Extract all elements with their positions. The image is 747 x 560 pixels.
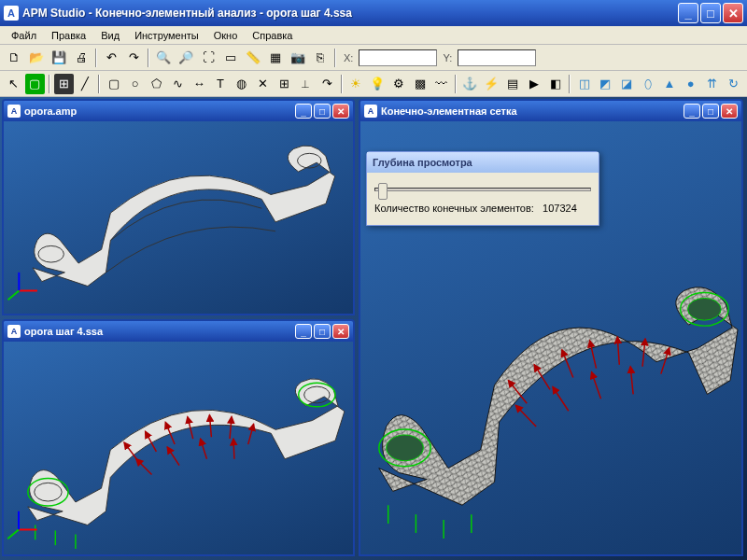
mdi-minimize-button[interactable]: _ <box>295 324 312 339</box>
close-button[interactable]: ✕ <box>723 3 743 23</box>
maximize-button[interactable]: □ <box>700 3 721 23</box>
menu-help[interactable]: Справка <box>245 28 300 43</box>
copy-icon[interactable]: ⎘ <box>310 48 331 68</box>
print-icon[interactable]: 🖨 <box>71 48 92 68</box>
bulb-icon[interactable]: 💡 <box>368 74 388 94</box>
redo-icon[interactable]: ↷ <box>123 48 144 68</box>
bolt-icon[interactable]: ⚡ <box>482 74 501 94</box>
separator <box>95 49 97 67</box>
ruler-icon[interactable]: 📏 <box>243 48 263 68</box>
run-icon[interactable]: ▶ <box>524 74 543 94</box>
svg-line-21 <box>201 439 207 459</box>
mdi-minimize-button[interactable]: _ <box>295 104 312 119</box>
separator <box>98 75 100 93</box>
coord-y-label: Y: <box>443 52 452 63</box>
delete-icon[interactable]: ✕ <box>253 74 273 94</box>
dialog-titlebar[interactable]: Глубина просмотра <box>367 152 599 173</box>
mesh-icon[interactable]: ▩ <box>410 74 430 94</box>
doc-icon: A <box>364 105 377 118</box>
app-title: APM Studio - Конечно-элементный анализ -… <box>22 7 678 20</box>
mdi-titlebar[interactable]: A opora шаг 4.ssa _ □ ✕ <box>4 321 353 342</box>
cube1-icon[interactable]: ◫ <box>574 74 594 94</box>
coord-y-input[interactable] <box>458 49 536 66</box>
viewport-mesh[interactable]: Глубина просмотра Количество конечных эл… <box>360 121 741 554</box>
mdi-title: opora шаг 4.ssa <box>24 326 295 337</box>
menu-window[interactable]: Окно <box>206 28 246 43</box>
zoom-in-icon[interactable]: 🔍 <box>153 48 174 68</box>
cone-icon[interactable]: ▲ <box>659 74 679 94</box>
mdi-close-button[interactable]: ✕ <box>332 324 349 339</box>
mdi-titlebar[interactable]: A Конечно-элементная сетка _ □ ✕ <box>360 101 741 121</box>
spline-icon[interactable]: ∿ <box>168 74 188 94</box>
zoom-fit-icon[interactable]: ⛶ <box>198 48 218 68</box>
separator <box>334 49 336 67</box>
grid-icon[interactable]: ⊞ <box>54 74 74 94</box>
menu-view[interactable]: Вид <box>93 28 127 43</box>
mdi-titlebar[interactable]: A opora.amp _ □ ✕ <box>4 101 353 121</box>
zoom-window-icon[interactable]: ▭ <box>220 48 241 68</box>
layers-icon[interactable]: ▦ <box>265 48 286 68</box>
slider-thumb[interactable] <box>378 183 388 200</box>
mdi-window-loads[interactable]: A opora шаг 4.ssa _ □ ✕ <box>2 319 355 556</box>
spring-icon[interactable]: 〰 <box>431 74 451 94</box>
depth-dialog[interactable]: Глубина просмотра Количество конечных эл… <box>366 151 599 226</box>
mdi-minimize-button[interactable]: _ <box>684 104 700 119</box>
sphere-icon[interactable]: ● <box>681 74 700 94</box>
viewport-geometry[interactable] <box>4 121 353 314</box>
mdi-window-mesh[interactable]: A Конечно-элементная сетка _ □ ✕ <box>359 99 743 556</box>
menu-edit[interactable]: Правка <box>44 28 93 43</box>
mdi-maximize-button[interactable]: □ <box>314 104 331 119</box>
mdi-close-button[interactable]: ✕ <box>332 104 349 119</box>
svg-line-43 <box>592 372 601 399</box>
svg-point-26 <box>387 435 424 461</box>
dialog-title: Глубина просмотра <box>373 157 472 168</box>
element-count-label: Количество конечных элементов: <box>374 203 534 214</box>
new-icon[interactable]: 🗋 <box>4 48 24 68</box>
menu-tools[interactable]: Инструменты <box>127 28 206 43</box>
dim-icon[interactable]: ↔ <box>190 74 209 94</box>
light-icon[interactable]: ☀ <box>346 74 366 94</box>
mode-icon[interactable]: ▢ <box>25 74 45 94</box>
mdi-maximize-button[interactable]: □ <box>314 324 331 339</box>
ortho-icon[interactable]: ⟂ <box>296 74 316 94</box>
snap-icon[interactable]: ⊞ <box>275 74 294 94</box>
redo2-icon[interactable]: ↷ <box>317 74 337 94</box>
extrude-icon[interactable]: ⇈ <box>702 74 722 94</box>
coord-x-input[interactable] <box>359 49 437 66</box>
doc-icon: A <box>7 105 21 118</box>
gear-icon[interactable]: ⚙ <box>388 74 408 94</box>
poly-icon[interactable]: ⬠ <box>147 74 166 94</box>
rect-icon[interactable]: ▢ <box>104 74 123 94</box>
menu-file[interactable]: Файл <box>4 28 44 43</box>
text-icon[interactable]: T <box>211 74 231 94</box>
zoom-out-icon[interactable]: 🔎 <box>176 48 196 68</box>
svg-line-4 <box>8 290 20 300</box>
cursor-icon[interactable]: ↖ <box>4 74 23 94</box>
save-icon[interactable]: 💾 <box>49 48 69 68</box>
cylinder-icon[interactable]: ⬯ <box>639 74 658 94</box>
circle-icon[interactable]: ○ <box>125 74 145 94</box>
cube3-icon[interactable]: ◪ <box>617 74 637 94</box>
minimize-button[interactable]: _ <box>678 3 698 23</box>
mdi-window-geometry[interactable]: A opora.amp _ □ ✕ <box>2 99 355 315</box>
anchor-icon[interactable]: ⚓ <box>460 74 480 94</box>
open-icon[interactable]: 📂 <box>26 48 47 68</box>
mdi-maximize-button[interactable]: □ <box>702 104 719 119</box>
viewport-loads[interactable] <box>4 342 353 554</box>
toolbar-standard: 🗋 📂 💾 🖨 ↶ ↷ 🔍 🔎 ⛶ ▭ 📏 ▦ 📷 ⎘ X: Y: <box>0 45 747 71</box>
svg-line-25 <box>7 529 19 539</box>
fill-icon[interactable]: ◍ <box>232 74 251 94</box>
depth-slider[interactable] <box>374 188 591 191</box>
menubar: Файл Правка Вид Инструменты Окно Справка <box>0 26 747 45</box>
svg-line-19 <box>136 459 152 475</box>
line-icon[interactable]: ╱ <box>76 74 95 94</box>
mdi-close-button[interactable]: ✕ <box>721 104 738 119</box>
mdi-title: opora.amp <box>24 105 295 117</box>
camera-icon[interactable]: 📷 <box>288 48 308 68</box>
cube2-icon[interactable]: ◩ <box>596 74 615 94</box>
revolve-icon[interactable]: ↻ <box>724 74 743 94</box>
undo-icon[interactable]: ↶ <box>101 48 121 68</box>
dialog-body: Количество конечных элементов: 107324 <box>367 173 599 221</box>
material-icon[interactable]: ▤ <box>503 74 523 94</box>
results-icon[interactable]: ◧ <box>545 74 565 94</box>
